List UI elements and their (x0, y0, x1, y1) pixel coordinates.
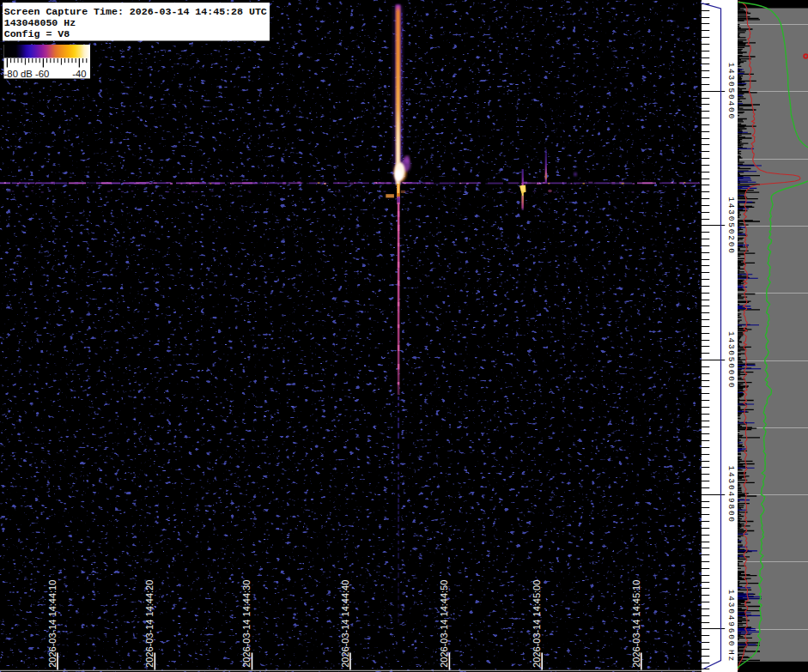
svg-text:-80 dB -60: -80 dB -60 (4, 69, 50, 79)
svg-text:2026-03-14 14:44:20: 2026-03-14 14:44:20 (144, 580, 155, 668)
svg-text:Config = V8: Config = V8 (4, 28, 70, 39)
svg-text:143048050 Hz: 143048050 Hz (4, 17, 76, 28)
svg-text:143049600: 143049600 (726, 590, 736, 647)
svg-text:Screen Capture Time: 2026-03-1: Screen Capture Time: 2026-03-14 14:45:28… (4, 6, 267, 17)
svg-text:2026-03-14 14:44:50: 2026-03-14 14:44:50 (439, 580, 449, 668)
svg-text:2026-03-14 14:44:30: 2026-03-14 14:44:30 (241, 580, 252, 668)
svg-text:2026-03-14 14:45:00: 2026-03-14 14:45:00 (532, 580, 542, 668)
svg-text:143050400: 143050400 (726, 63, 736, 120)
svg-text:Hz: Hz (726, 650, 736, 663)
svg-text:2026-03-14 14:44:40: 2026-03-14 14:44:40 (340, 580, 350, 668)
svg-text:143050200: 143050200 (726, 197, 736, 254)
svg-text:-40: -40 (72, 69, 86, 79)
svg-text:143050000: 143050000 (726, 331, 736, 389)
svg-text:2026-03-14 14:45:10: 2026-03-14 14:45:10 (631, 580, 641, 668)
svg-text:2026-03-14 14:44:10: 2026-03-14 14:44:10 (47, 580, 58, 668)
svg-text:143049800: 143049800 (726, 466, 736, 524)
